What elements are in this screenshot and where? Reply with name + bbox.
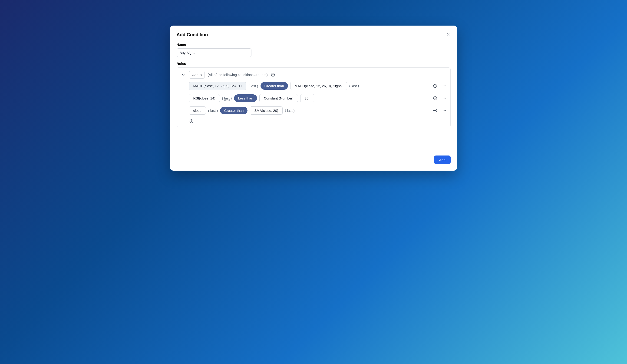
rule-operator[interactable]: Less than bbox=[234, 94, 257, 102]
rule-more-button[interactable] bbox=[442, 83, 447, 88]
svg-point-3 bbox=[444, 86, 444, 86]
plus-circle-icon bbox=[433, 96, 437, 100]
plus-circle-icon bbox=[433, 84, 437, 88]
rule-left-last[interactable]: ( last ) bbox=[208, 108, 218, 112]
collapse-toggle[interactable] bbox=[181, 72, 186, 78]
ellipsis-icon bbox=[442, 84, 446, 88]
rule-operator[interactable]: Greater than bbox=[220, 107, 248, 114]
rule-right-last[interactable]: ( last ) bbox=[349, 84, 359, 88]
rules-section: Rules And (All of th bbox=[177, 62, 451, 127]
rule-actions bbox=[433, 108, 447, 113]
rule-right-value[interactable]: 30 bbox=[300, 94, 314, 102]
rule-more-button[interactable] bbox=[442, 108, 447, 113]
rule-row: close ( last ) Greater than SMA(close, 2… bbox=[189, 106, 447, 115]
name-input[interactable] bbox=[177, 48, 252, 57]
rule-actions bbox=[433, 83, 447, 88]
group-description: (All of the following conditions are tru… bbox=[208, 73, 267, 77]
svg-point-7 bbox=[444, 98, 444, 98]
svg-point-11 bbox=[444, 110, 444, 111]
rule-add-button[interactable] bbox=[433, 83, 438, 88]
modal-header: Add Condition bbox=[177, 32, 451, 37]
rule-left-operand[interactable]: MACD(close, 12, 26, 9), MACD bbox=[189, 82, 246, 90]
modal-title: Add Condition bbox=[177, 32, 208, 37]
plus-circle-icon bbox=[271, 73, 275, 77]
rules-container: And (All of the following conditions are… bbox=[177, 67, 451, 127]
rule-actions bbox=[433, 96, 447, 101]
logic-operator-select[interactable]: And bbox=[189, 71, 205, 79]
rule-operator[interactable]: Greater than bbox=[261, 82, 288, 90]
rule-row: RSI(close, 14) ( last ) Less than Consta… bbox=[189, 94, 447, 102]
rule-right-operand[interactable]: MACD(close, 12, 26, 9), Signal bbox=[290, 82, 347, 90]
rule-left-last[interactable]: ( last ) bbox=[222, 96, 232, 100]
rule-right-type[interactable]: Constant (Number) bbox=[259, 94, 298, 102]
add-button[interactable]: Add bbox=[434, 156, 451, 164]
select-caret-icon bbox=[200, 73, 203, 76]
rule-left-operand[interactable]: RSI(close, 14) bbox=[189, 94, 220, 102]
rule-right-last[interactable]: ( last ) bbox=[285, 108, 295, 112]
svg-point-6 bbox=[443, 98, 443, 98]
ellipsis-icon bbox=[442, 108, 446, 112]
svg-point-12 bbox=[445, 110, 446, 111]
modal-footer: Add bbox=[177, 156, 451, 164]
rule-row: MACD(close, 12, 26, 9), MACD ( last ) Gr… bbox=[189, 82, 447, 90]
svg-point-2 bbox=[443, 86, 443, 86]
plus-circle-icon bbox=[433, 108, 437, 112]
group-header: And (All of the following conditions are… bbox=[181, 71, 447, 79]
close-icon bbox=[446, 33, 450, 36]
rule-left-last[interactable]: ( last ) bbox=[248, 84, 258, 88]
rule-right-operand[interactable]: SMA(close, 20) bbox=[250, 106, 283, 115]
add-rule-button[interactable] bbox=[189, 119, 194, 124]
rules-label: Rules bbox=[177, 62, 451, 65]
name-section: Name bbox=[177, 43, 451, 57]
svg-point-4 bbox=[445, 86, 446, 86]
rule-more-button[interactable] bbox=[442, 96, 447, 101]
svg-point-10 bbox=[443, 110, 443, 111]
add-rule-row bbox=[189, 119, 447, 124]
chevron-down-icon bbox=[181, 73, 185, 77]
close-button[interactable] bbox=[446, 32, 451, 37]
logic-operator-label: And bbox=[192, 73, 199, 77]
add-condition-modal: Add Condition Name Rules And bbox=[170, 26, 457, 171]
plus-circle-icon bbox=[189, 119, 193, 123]
rule-add-button[interactable] bbox=[433, 108, 438, 113]
rule-left-operand[interactable]: close bbox=[189, 106, 206, 115]
rules-list: MACD(close, 12, 26, 9), MACD ( last ) Gr… bbox=[181, 82, 447, 124]
rule-add-button[interactable] bbox=[433, 96, 438, 101]
add-group-button[interactable] bbox=[270, 72, 275, 77]
svg-point-8 bbox=[445, 98, 446, 98]
name-label: Name bbox=[177, 43, 451, 47]
ellipsis-icon bbox=[442, 96, 446, 100]
